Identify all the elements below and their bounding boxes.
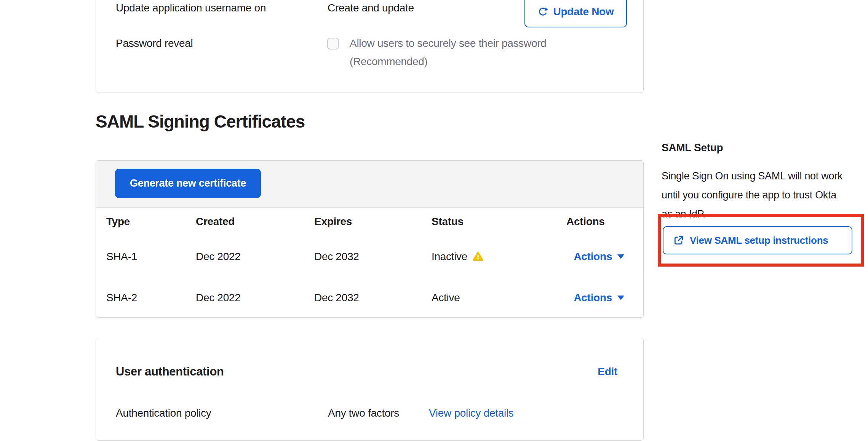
sign-on-settings-panel: Update application username on Create an… [96, 0, 644, 93]
actions-dropdown[interactable]: Actions [574, 292, 624, 304]
password-reveal-checkbox-label: Allow users to securely see their passwo… [350, 37, 547, 50]
view-policy-details-link[interactable]: View policy details [429, 406, 514, 420]
cert-created: Dec 2022 [196, 292, 240, 304]
caret-down-icon [617, 254, 624, 259]
certificates-toolbar: Generate new certificate [96, 161, 643, 208]
page-title: SAML Signing Certificates [96, 111, 305, 132]
actions-dropdown[interactable]: Actions [574, 251, 624, 263]
column-header-status: Status [432, 216, 464, 228]
saml-certificates-panel: Generate new certificate Type Created Ex… [96, 160, 644, 318]
update-username-value: Create and update [328, 1, 414, 15]
external-link-icon [673, 235, 684, 246]
column-header-actions: Actions [566, 216, 605, 228]
table-header-row: Type Created Expires Status Actions [96, 208, 643, 236]
password-reveal-label: Password reveal [116, 37, 193, 50]
password-reveal-recommended-note: (Recommended) [350, 55, 428, 69]
cert-type: SHA-1 [106, 251, 137, 263]
actions-label: Actions [574, 251, 612, 263]
generate-new-certificate-button[interactable]: Generate new certificate [115, 169, 261, 198]
status-text: Inactive [432, 251, 467, 263]
status-text: Active [432, 292, 460, 304]
user-authentication-panel: User authentication Edit Authentication … [96, 338, 644, 441]
cert-type: SHA-2 [106, 292, 137, 304]
authentication-policy-label: Authentication policy [116, 406, 211, 420]
edit-link[interactable]: Edit [598, 366, 617, 378]
caret-down-icon [617, 296, 624, 300]
cert-expires: Dec 2032 [314, 251, 359, 263]
table-row-sha1: SHA-1 Dec 2022 Dec 2032 Inactive Actions [96, 236, 643, 277]
column-header-expires: Expires [314, 216, 352, 228]
refresh-icon [538, 6, 548, 17]
table-row-sha2: SHA-2 Dec 2022 Dec 2032 Active Actions [96, 277, 643, 318]
cert-expires: Dec 2032 [314, 292, 359, 304]
cert-status: Active [432, 292, 460, 304]
column-header-type: Type [106, 216, 130, 228]
actions-label: Actions [574, 292, 612, 304]
column-header-created: Created [196, 216, 235, 228]
password-reveal-checkbox[interactable] [327, 38, 339, 50]
update-username-label: Update application username on [116, 1, 266, 15]
update-now-label: Update Now [553, 6, 614, 18]
update-now-button[interactable]: Update Now [524, 0, 627, 27]
warning-icon [473, 251, 483, 262]
authentication-policy-value: Any two factors [328, 406, 399, 420]
view-saml-setup-instructions-button[interactable]: View SAML setup instructions [663, 226, 852, 254]
saml-setup-title: SAML Setup [662, 141, 723, 155]
cert-status: Inactive [432, 251, 483, 263]
view-saml-setup-label: View SAML setup instructions [690, 235, 828, 246]
user-authentication-title: User authentication [116, 364, 224, 379]
cert-created: Dec 2022 [196, 251, 240, 263]
